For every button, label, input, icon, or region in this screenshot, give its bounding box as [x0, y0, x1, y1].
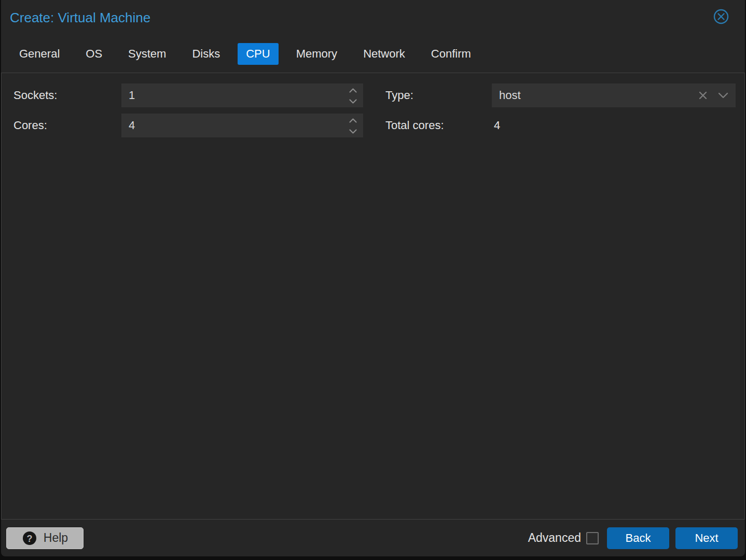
chevron-down-icon — [349, 127, 357, 136]
dialog-title: Create: Virtual Machine — [10, 10, 150, 26]
sockets-input[interactable] — [121, 83, 349, 107]
total-cores-label: Total cores: — [385, 114, 444, 137]
sockets-spinner[interactable] — [349, 86, 363, 106]
tab-bar: General OS System Disks CPU Memory Netwo… — [11, 43, 479, 65]
back-button[interactable]: Back — [607, 527, 669, 549]
cores-input[interactable] — [121, 114, 349, 137]
help-button[interactable]: ? Help — [6, 527, 84, 549]
question-circle-icon: ? — [22, 530, 37, 546]
close-circle-icon — [713, 8, 729, 27]
cores-spinner[interactable] — [349, 116, 363, 136]
tab-confirm[interactable]: Confirm — [423, 43, 479, 65]
sockets-field — [121, 83, 363, 107]
create-vm-dialog: Create: Virtual Machine General OS Syste… — [1, 0, 745, 556]
tab-os[interactable]: OS — [77, 43, 110, 65]
advanced-checkbox[interactable] — [586, 532, 599, 544]
tab-system[interactable]: System — [120, 43, 174, 65]
tab-general[interactable]: General — [11, 43, 68, 65]
total-cores-value: 4 — [494, 114, 500, 137]
svg-text:?: ? — [26, 533, 32, 543]
cores-field — [121, 114, 363, 137]
cores-label: Cores: — [13, 114, 47, 137]
tab-cpu[interactable]: CPU — [238, 43, 278, 65]
dialog-footer: ? Help Advanced Back Next — [1, 520, 745, 556]
chevron-down-icon[interactable] — [718, 92, 728, 99]
sockets-label: Sockets: — [13, 83, 57, 107]
chevron-up-icon — [349, 116, 357, 125]
clear-x-icon[interactable] — [698, 91, 708, 100]
next-button[interactable]: Next — [675, 527, 738, 549]
tab-network[interactable]: Network — [355, 43, 413, 65]
tab-memory[interactable]: Memory — [288, 43, 346, 65]
cpu-settings-panel: Sockets: Type: — [1, 73, 745, 520]
type-input[interactable] — [492, 83, 698, 107]
type-label: Type: — [385, 83, 413, 107]
help-button-label: Help — [44, 531, 68, 545]
chevron-down-icon — [349, 96, 357, 106]
advanced-label: Advanced — [528, 531, 581, 545]
type-combo — [492, 83, 736, 107]
tab-disks[interactable]: Disks — [184, 43, 228, 65]
close-button[interactable] — [713, 9, 729, 26]
chevron-up-icon — [349, 86, 357, 95]
dialog-header: Create: Virtual Machine General OS Syste… — [1, 0, 745, 73]
